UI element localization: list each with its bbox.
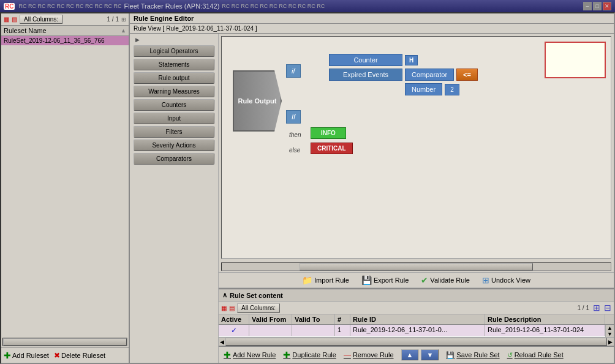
delete-ruleset-label: Delete Ruleset <box>61 352 105 359</box>
statements-btn[interactable]: Statements <box>134 59 214 70</box>
add-new-icon: ✚ <box>224 350 231 360</box>
info-button[interactable]: INFO <box>311 127 346 139</box>
comparators-btn[interactable]: Comparators <box>134 153 214 165</box>
add-ruleset-button[interactable]: ✚ Add Ruleset <box>4 351 49 360</box>
if-block-1[interactable]: if <box>286 64 301 78</box>
remove-rule-label: Remove Rule <box>353 351 394 358</box>
scroll-up-btn[interactable]: ▲ <box>606 325 614 331</box>
export-rule-button[interactable]: 💾 Export Rule <box>361 275 409 285</box>
rule-engine-header: Rule Engine Editor <box>130 13 614 24</box>
number-label: Number <box>412 86 436 93</box>
ruleset-grid-icon: ⊞ <box>593 303 600 313</box>
left-panel-bottom: ✚ Add Ruleset ✖ Delete Ruleset <box>1 347 129 363</box>
severity-actions-btn[interactable]: Severity Actions <box>134 139 214 151</box>
all-columns-button[interactable]: All Columns: <box>20 15 62 24</box>
warning-measures-btn[interactable]: Warning Measures <box>134 86 214 97</box>
table-h-scrollbar[interactable]: ◀ ▶ <box>219 337 614 346</box>
valid-from-cell <box>249 325 292 336</box>
canvas-toolbar: 📁 Import Rule 💾 Export Rule ✔ Validate R… <box>219 272 614 288</box>
expired-events-label: Expired Events <box>343 71 388 78</box>
number-row: Number 2 <box>405 83 478 95</box>
table-scrollbar-thumb <box>225 338 607 346</box>
col-header-rule-id: Rule ID <box>350 314 485 324</box>
scroll-down-btn[interactable]: ▼ <box>606 331 614 337</box>
undock-view-label: Undock View <box>491 277 530 284</box>
import-rule-button[interactable]: 📁 Import Rule <box>302 275 349 285</box>
rule-output-btn[interactable]: Rule output <box>134 72 214 84</box>
expired-events-row: Expired Events Comparator <= <box>329 69 478 81</box>
remove-rule-button[interactable]: — Remove Rule <box>344 351 394 359</box>
ruleset-all-columns-button[interactable]: All Columns: <box>237 303 280 313</box>
table-scrollbar-v[interactable]: ▲ ▼ <box>605 325 614 337</box>
scroll-left-btn[interactable]: ◀ <box>219 339 225 345</box>
duplicate-icon: ✚ <box>283 350 290 360</box>
undock-view-button[interactable]: ⊞ Undock View <box>482 275 530 285</box>
number-value-block[interactable]: 2 <box>445 84 459 95</box>
maximize-button[interactable]: □ <box>593 2 602 10</box>
input-btn[interactable]: Input <box>134 113 214 124</box>
rule-blocks-area: Counter H Expired Events Comparator <box>329 54 478 95</box>
active-cell: ✓ <box>219 325 249 336</box>
ruleset-grid2-icon: ⊟ <box>604 303 611 313</box>
ruleset-content: ∧ Rule Set content ▦ ▤ All Columns: 1 / … <box>219 288 614 337</box>
filters-btn[interactable]: Filters <box>134 126 214 138</box>
import-rule-label: Import Rule <box>314 277 349 284</box>
move-down-button[interactable]: ▼ <box>421 349 439 360</box>
title-bar: RC RC RC RC RC RC RC RC RC RC RC RC Flee… <box>0 0 615 12</box>
col-header-num: # <box>335 314 350 324</box>
rule-id-cell: Rule_2019-12-06_11-37-01-0... <box>350 325 485 336</box>
then-text: then <box>289 132 301 138</box>
import-icon: 📁 <box>302 275 312 285</box>
expired-events-block[interactable]: Expired Events <box>329 69 402 81</box>
h-button[interactable]: H <box>405 55 418 65</box>
number-label-block: Number <box>405 83 442 95</box>
if-label: if <box>292 67 295 75</box>
undock-icon: ⊞ <box>482 275 489 285</box>
rule-output-block[interactable]: Rule Output <box>233 70 282 132</box>
ruleset-pagination: 1 / 1 <box>578 305 589 311</box>
left-scrollbar[interactable] <box>2 338 127 346</box>
canvas-h-scrollbar[interactable] <box>221 262 611 271</box>
sidebar-expand-arrow[interactable]: ▶ <box>134 36 141 43</box>
sort-icon: ▤ <box>12 16 17 23</box>
counters-btn[interactable]: Counters <box>134 99 214 111</box>
right-panel: Rule Engine Editor Rule View [ Rule_2019… <box>130 13 614 363</box>
comparator-label-block: Comparator <box>405 69 454 81</box>
move-buttons: ▲ ▼ <box>401 349 439 360</box>
counter-block[interactable]: Counter <box>329 54 402 66</box>
valid-to-cell <box>292 325 335 336</box>
reload-icon: ↺ <box>507 351 513 359</box>
rule-editor-body: ▶ Logical Operators Statements Rule outp… <box>130 34 614 363</box>
validate-rule-button[interactable]: ✔ Validate Rule <box>421 275 470 285</box>
add-new-rule-button[interactable]: ✚ Add New Rule <box>224 350 276 360</box>
if-block-2[interactable]: If <box>286 110 301 124</box>
minimize-button[interactable]: – <box>583 2 592 10</box>
move-up-button[interactable]: ▲ <box>401 349 419 360</box>
ruleset-row[interactable]: RuleSet_2019-12-06_11_36_56_766 <box>1 36 129 45</box>
comparator-symbol-button[interactable]: <= <box>456 69 478 81</box>
validate-rule-label: Validate Rule <box>430 277 470 284</box>
comparator-label: Comparator <box>412 71 447 78</box>
bottom-toolbar: ✚ Add New Rule ✚ Duplicate Rule — Remove… <box>219 346 614 363</box>
expand-collapse-arrow[interactable]: ∧ <box>222 291 227 299</box>
sidebar-buttons-panel: ▶ Logical Operators Statements Rule outp… <box>130 34 219 363</box>
col-scroll-spacer <box>605 314 614 324</box>
scroll-up-icon[interactable]: ▲ <box>121 28 126 34</box>
export-rule-label: Export Rule <box>374 277 409 284</box>
reload-rule-set-button[interactable]: ↺ Reload Rule Set <box>507 351 564 359</box>
save-rule-set-button[interactable]: 💾 Save Rule Set <box>446 351 499 359</box>
rule-desc-cell: Rule_2019-12-06_11-37-01-024 <box>485 325 605 336</box>
rule-output-label: Rule Output <box>238 97 277 105</box>
delete-ruleset-button[interactable]: ✖ Delete Ruleset <box>54 351 105 360</box>
rule-canvas: Rule Output if If <box>221 36 611 259</box>
logical-operators-btn[interactable]: Logical Operators <box>134 45 214 57</box>
col-header-active: Active <box>219 314 249 324</box>
ruleset-content-toolbar: ▦ ▤ All Columns: 1 / 1 ⊞ ⊟ <box>219 302 614 314</box>
close-button[interactable]: ✕ <box>603 2 611 10</box>
critical-button[interactable]: CRITICAL <box>311 143 353 154</box>
scroll-right-btn[interactable]: ▶ <box>607 339 614 345</box>
duplicate-rule-button[interactable]: ✚ Duplicate Rule <box>283 350 336 360</box>
active-check: ✓ <box>231 326 237 335</box>
left-pagination: 1 / 1 <box>107 16 119 23</box>
table-row[interactable]: ✓ 1 Rule_2019-12-06_11-37-01-0... Rule_2… <box>219 325 605 336</box>
